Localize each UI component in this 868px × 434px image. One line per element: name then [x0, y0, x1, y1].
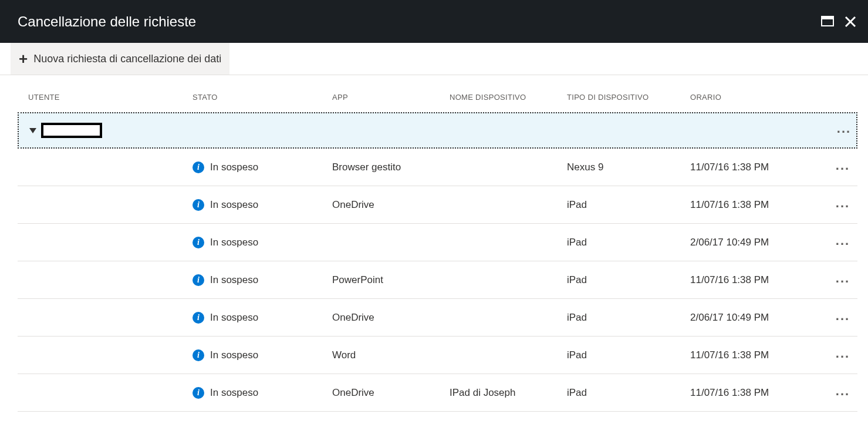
info-icon: i — [192, 274, 204, 286]
status-text: In sospeso — [210, 349, 258, 361]
cell-device-type: iPad — [567, 199, 690, 211]
info-icon: i — [192, 312, 204, 324]
cell-status: iIn sospeso — [192, 199, 332, 211]
info-icon: i — [192, 237, 204, 248]
col-device-name[interactable]: NOME DISPOSITIVO — [450, 93, 567, 102]
group-toggle[interactable] — [29, 123, 194, 138]
restore-icon[interactable] — [821, 16, 834, 28]
cell-time: 11/07/16 1:38 PM — [690, 387, 825, 399]
status-text: In sospeso — [210, 237, 258, 248]
close-icon[interactable] — [845, 16, 856, 28]
cell-time: 11/07/16 1:38 PM — [690, 274, 825, 286]
info-icon: i — [192, 199, 204, 211]
user-redacted — [41, 123, 102, 138]
cell-app: PowerPoint — [332, 274, 450, 286]
cell-time: 2/06/17 10:49 PM — [690, 237, 825, 248]
more-actions-icon[interactable]: ... — [836, 233, 850, 252]
more-actions-icon[interactable]: ... — [837, 121, 851, 140]
table-row[interactable]: iIn sospesoOneDriveIPad di JosephiPad11/… — [18, 374, 857, 412]
new-wipe-request-label: Nuova richiesta di cancellazione dei dat… — [33, 53, 221, 65]
more-actions-icon[interactable]: ... — [836, 196, 850, 214]
cell-device-type: iPad — [567, 387, 690, 399]
table-row[interactable]: iIn sospesoOneDriveiPad11/07/16 1:38 PM.… — [18, 186, 857, 224]
plus-icon: + — [19, 51, 28, 66]
cell-app: Word — [332, 349, 450, 361]
more-actions-icon[interactable]: ... — [836, 158, 850, 177]
cell-device-name: IPad di Joseph — [450, 387, 567, 399]
cell-device-type: Nexus 9 — [567, 162, 690, 173]
blade-header: Cancellazione delle richieste — [0, 0, 868, 43]
table-row[interactable]: iIn sospesoPowerPointiPad11/07/16 1:38 P… — [18, 261, 857, 299]
grid: UTENTE STATO APP NOME DISPOSITIVO TIPO D… — [0, 75, 868, 412]
col-device-type[interactable]: TIPO DI DISPOSITIVO — [567, 93, 690, 102]
cell-app: OneDrive — [332, 387, 450, 399]
cell-status: iIn sospeso — [192, 162, 332, 173]
col-status[interactable]: STATO — [192, 93, 332, 102]
blade-controls — [821, 16, 856, 28]
cell-app: Browser gestito — [332, 162, 450, 173]
cell-app: OneDrive — [332, 199, 450, 211]
more-actions-icon[interactable]: ... — [836, 271, 850, 290]
svg-rect-1 — [822, 16, 833, 19]
table-row[interactable]: iIn sospesoWordiPad11/07/16 1:38 PM... — [18, 337, 857, 374]
blade-title: Cancellazione delle richieste — [18, 14, 196, 30]
status-text: In sospeso — [210, 199, 258, 211]
cell-device-type: iPad — [567, 274, 690, 286]
cell-status: iIn sospeso — [192, 312, 332, 324]
more-actions-icon[interactable]: ... — [836, 346, 850, 365]
col-app[interactable]: APP — [332, 93, 450, 102]
table-row[interactable]: iIn sospesoiPad2/06/17 10:49 PM... — [18, 224, 857, 261]
cell-time: 2/06/17 10:49 PM — [690, 312, 825, 324]
cell-status: iIn sospeso — [192, 349, 332, 361]
cell-time: 11/07/16 1:38 PM — [690, 349, 825, 361]
status-text: In sospeso — [210, 387, 258, 399]
toolbar: + Nuova richiesta di cancellazione dei d… — [0, 43, 868, 75]
info-icon: i — [192, 349, 204, 361]
cell-status: iIn sospeso — [192, 237, 332, 248]
info-icon: i — [192, 162, 204, 173]
chevron-down-icon — [29, 128, 36, 133]
info-icon: i — [192, 387, 204, 399]
cell-status: iIn sospeso — [192, 387, 332, 399]
table-row[interactable]: iIn sospesoBrowser gestitoNexus 911/07/1… — [18, 149, 857, 186]
cell-status: iIn sospeso — [192, 274, 332, 286]
new-wipe-request-button[interactable]: + Nuova richiesta di cancellazione dei d… — [11, 43, 229, 75]
grid-header: UTENTE STATO APP NOME DISPOSITIVO TIPO D… — [18, 93, 857, 112]
cell-time: 11/07/16 1:38 PM — [690, 199, 825, 211]
cell-device-type: iPad — [567, 237, 690, 248]
status-text: In sospeso — [210, 162, 258, 173]
cell-time: 11/07/16 1:38 PM — [690, 162, 825, 173]
status-text: In sospeso — [210, 274, 258, 286]
cell-app: OneDrive — [332, 312, 450, 324]
cell-device-type: iPad — [567, 312, 690, 324]
status-text: In sospeso — [210, 312, 258, 324]
col-time[interactable]: ORARIO — [690, 93, 825, 102]
more-actions-icon[interactable]: ... — [836, 308, 850, 327]
cell-device-type: iPad — [567, 349, 690, 361]
table-row[interactable]: iIn sospesoOneDriveiPad2/06/17 10:49 PM.… — [18, 299, 857, 337]
more-actions-icon[interactable]: ... — [836, 383, 850, 402]
group-row[interactable]: ... — [18, 112, 857, 149]
col-user[interactable]: UTENTE — [28, 93, 192, 102]
